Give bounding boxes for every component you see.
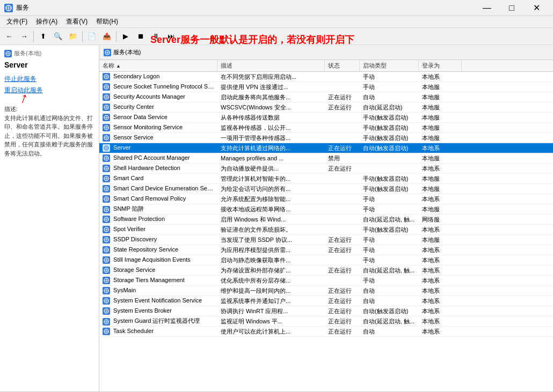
window-controls[interactable]: — □ ✕ [475, 0, 549, 16]
toolbar-view1[interactable]: 📄 [85, 29, 99, 43]
row-service-icon [103, 154, 110, 162]
cell-name: Secondary Logon [99, 72, 217, 81]
toolbar-back[interactable]: ← [2, 29, 16, 43]
table-row[interactable]: Smart Card Removal Policy 允许系统配置为移除智能...… [99, 194, 553, 204]
cell-name: Shell Hardware Detection [99, 164, 217, 173]
table-row[interactable]: Storage Service 为存储设置和外部存储扩... 正在运行 自动(延… [99, 265, 553, 276]
cell-startup: 自动 [360, 286, 419, 295]
row-service-icon [103, 256, 110, 264]
col-header-startup[interactable]: 启动类型 [360, 60, 419, 71]
table-row[interactable]: Sensor Data Service 从各种传感器传送数据 手动(触发器启动)… [99, 113, 553, 123]
table-row[interactable]: Shared PC Account Manager Manages profil… [99, 153, 553, 164]
cell-desc: 支持此计算机通过网络的... [217, 144, 325, 153]
table-row[interactable]: Still Image Acquisition Events 启动与静态映像获取… [99, 255, 553, 265]
row-service-icon [103, 73, 110, 80]
row-service-icon [103, 103, 110, 111]
row-service-icon [103, 226, 110, 233]
table-row[interactable]: Secure Socket Tunneling Protocol Service… [99, 82, 553, 92]
services-table[interactable]: 名称 ▲ 描述 状态 启动类型 登录为 Secondary Logon 在不同凭… [99, 60, 553, 391]
row-service-icon [103, 195, 110, 203]
toolbar-up[interactable]: ⬆ [36, 29, 50, 43]
col-header-desc[interactable]: 描述 [217, 60, 325, 71]
table-row[interactable]: System Events Broker 协调执行 WinRT 应用程... 正… [99, 306, 553, 316]
cell-status: 正在运行 [325, 297, 360, 306]
cell-desc: 为自动播放硬件提供... [217, 164, 325, 173]
table-row[interactable]: Security Center WSCSVC(Windows 安全... 正在运… [99, 102, 553, 113]
table-row[interactable]: Task Scheduler 使用户可以在此计算机上... 正在运行 自动 本地… [99, 327, 553, 337]
table-row[interactable]: Sensor Monitoring Service 监视各种传感器，以公开...… [99, 123, 553, 133]
col-header-login[interactable]: 登录为 [419, 60, 462, 71]
cell-login: 本地系 [419, 286, 462, 295]
cell-desc: 优化系统中所有分层存储... [217, 276, 325, 285]
cell-startup: 手动 [360, 205, 419, 214]
stop-service-link[interactable]: 停止此服务 [4, 75, 94, 84]
cell-startup: 自动(触发器启动) [360, 144, 419, 153]
toolbar-forward[interactable]: → [17, 29, 31, 43]
menu-action[interactable]: 操作(A) [32, 16, 62, 27]
cell-desc: Manages profiles and ... [217, 154, 325, 162]
cell-status: 正在运行 [325, 286, 360, 295]
table-row[interactable]: SSDP Discovery 当发现了使用 SSDP 协议... 正在运行 手动… [99, 235, 553, 245]
table-row[interactable]: Secondary Logon 在不同凭据下启用应用启动... 手动 本地系 [99, 72, 553, 82]
table-row[interactable]: SysMain 维护和提高一段时间内的... 正在运行 自动 本地系 [99, 286, 553, 296]
row-service-icon [103, 236, 110, 243]
close-button[interactable]: ✕ [524, 0, 549, 16]
cell-name: Smart Card Removal Policy [99, 195, 217, 203]
cell-login: 本地服 [419, 83, 462, 92]
row-service-icon [103, 297, 110, 305]
toolbar-pause[interactable]: ⏸ [149, 29, 163, 43]
table-row[interactable]: State Repository Service 为应用程序模型提供所需... … [99, 245, 553, 255]
toolbar-search[interactable]: 🔍 [51, 29, 65, 43]
cell-login: 本地系 [419, 144, 462, 153]
table-row[interactable]: Security Accounts Manager 启动此服务将向其他服务...… [99, 92, 553, 102]
cell-name: State Repository Service [99, 246, 217, 254]
toolbar-folders[interactable]: 📁 [66, 29, 80, 43]
table-row[interactable]: SNMP 陷阱 接收本地或远程简单网络... 手动 本地服 [99, 204, 553, 215]
toolbar-export[interactable]: 📤 [100, 29, 114, 43]
cell-desc: 监视系统事件并通知订户... [217, 297, 325, 306]
cell-name: Server [99, 144, 217, 152]
cell-status [325, 209, 360, 210]
cell-desc: 提供使用 VPN 连接通过... [217, 83, 325, 92]
col-header-status[interactable]: 状态 [325, 60, 360, 71]
table-row[interactable]: System Event Notification Service 监视系统事件… [99, 296, 553, 306]
cell-startup: 手动 [360, 83, 419, 92]
minimize-button[interactable]: — [475, 0, 499, 16]
table-row[interactable]: Spot Verifier 验证潜在的文件系统损坏。 手动(触发器启动) 本地系 [99, 225, 553, 235]
table-row[interactable]: Sensor Service 一项用于管理各种传感器... 手动(触发器启动) … [99, 133, 553, 143]
table-row[interactable]: System Guard 运行时监视器代理 监视证明 Windows 平... … [99, 316, 553, 327]
table-row[interactable]: Software Protection 启用 Windows 和 Wind...… [99, 215, 553, 225]
col-header-name[interactable]: 名称 ▲ [99, 60, 217, 71]
maximize-button[interactable]: □ [499, 0, 524, 16]
table-row[interactable]: Shell Hardware Detection 为自动播放硬件提供... 正在… [99, 164, 553, 174]
restart-service-link[interactable]: 重启动此服务 [4, 86, 94, 95]
table-body: Secondary Logon 在不同凭据下启用应用启动... 手动 本地系 S… [99, 72, 553, 337]
row-service-icon [103, 307, 110, 315]
title-bar: 服务 — □ ✕ [0, 0, 553, 16]
table-row[interactable]: Smart Card 管理此计算机对智能卡的... 手动(触发器启动) 本地服 [99, 174, 553, 184]
cell-login: 本地系 [419, 317, 462, 326]
menu-help[interactable]: 帮助(H) [92, 16, 122, 27]
table-row[interactable]: Smart Card Device Enumeration Service 为给… [99, 184, 553, 194]
cell-status [325, 76, 360, 77]
toolbar-stop[interactable]: ⏹ [134, 29, 148, 43]
cell-status [325, 188, 360, 189]
cell-startup: 手动(触发器启动) [360, 174, 419, 183]
toolbar-restart[interactable]: ⏭ [164, 29, 178, 43]
services-icon [4, 50, 12, 57]
table-header: 名称 ▲ 描述 状态 启动类型 登录为 [99, 60, 553, 72]
menu-file[interactable]: 文件(F) [2, 16, 32, 27]
cell-name: Sensor Monitoring Service [99, 123, 217, 132]
cell-startup: 自动(触发器启动) [360, 307, 419, 316]
cell-startup: 手动(触发器启动) [360, 184, 419, 194]
cell-desc: 接收本地或远程简单网络... [217, 205, 325, 214]
cell-name: Shared PC Account Manager [99, 154, 217, 162]
cell-desc: 启动此服务将向其他服务... [217, 93, 325, 102]
table-row[interactable]: Server 支持此计算机通过网络的... 正在运行 自动(触发器启动) 本地系 [99, 143, 553, 153]
cell-login: 本地服 [419, 123, 462, 132]
toolbar-start[interactable]: ▶ [119, 29, 133, 43]
table-row[interactable]: Storage Tiers Management 优化系统中所有分层存储... … [99, 276, 553, 286]
menu-view[interactable]: 查看(V) [62, 16, 92, 27]
row-service-icon [103, 144, 110, 152]
cell-status: 正在运行 [325, 103, 360, 112]
